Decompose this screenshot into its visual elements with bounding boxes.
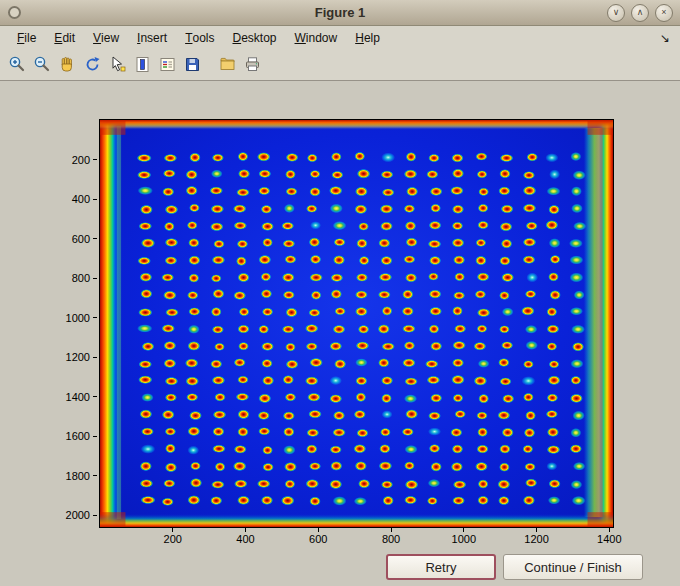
microarray-spot: [499, 291, 510, 300]
microarray-spot: [261, 289, 273, 298]
microarray-spot: [425, 360, 439, 368]
menu-item-desktop[interactable]: Desktop: [223, 26, 285, 49]
microarray-spot: [452, 169, 464, 179]
menu-item-tools[interactable]: Tools: [176, 26, 223, 49]
insert-colorbar-button[interactable]: [130, 53, 154, 77]
microarray-spot: [571, 204, 583, 213]
microarray-spot: [571, 186, 582, 196]
microarray-spot: [380, 256, 392, 265]
microarray-spot: [305, 324, 319, 333]
rotate-3d-button[interactable]: [80, 53, 104, 77]
microarray-spot: [404, 377, 418, 385]
microarray-spot: [355, 461, 367, 471]
titlebar[interactable]: Figure 1 ∨ ∧ ×: [0, 0, 680, 26]
insert-legend-button[interactable]: [155, 53, 179, 77]
microarray-spot: [356, 429, 368, 438]
microarray-spot: [141, 238, 156, 248]
microarray-spot: [305, 376, 319, 385]
microarray-spot: [452, 358, 464, 367]
microarray-spot: [525, 411, 536, 421]
microarray-spot: [237, 324, 249, 333]
microarray-spot: [547, 445, 561, 454]
microarray-spot: [332, 325, 345, 334]
microarray-spot: [381, 153, 395, 163]
microarray-spot: [380, 204, 394, 213]
microarray-spot: [574, 290, 585, 299]
microarray-spot: [186, 186, 198, 196]
microarray-spot: [285, 343, 296, 352]
menu-items: FileEditViewInsertToolsDesktopWindowHelp: [8, 26, 389, 49]
menu-item-insert[interactable]: Insert: [128, 26, 176, 49]
microarray-spot: [546, 324, 559, 333]
menu-item-view[interactable]: View: [84, 26, 128, 49]
pan-button[interactable]: [55, 53, 79, 77]
microarray-spot: [380, 428, 391, 437]
microarray-spot: [475, 462, 488, 471]
window-menu-icon[interactable]: [8, 6, 21, 19]
microarray-spot: [523, 238, 537, 247]
microarray-spot: [212, 427, 224, 436]
retry-button[interactable]: Retry: [386, 554, 496, 580]
microarray-spot: [404, 496, 417, 505]
continue-finish-button[interactable]: Continue / Finish: [503, 554, 643, 580]
microarray-spot: [546, 410, 558, 418]
microarray-spot: [311, 291, 322, 300]
x-tick-mark: [609, 528, 610, 532]
microarray-spot: [403, 255, 415, 263]
microarray-spot: [502, 394, 514, 403]
microarray-spot: [261, 359, 273, 368]
save-figure-button[interactable]: [180, 53, 204, 77]
microarray-spot: [309, 187, 321, 196]
menu-item-help[interactable]: Help: [346, 26, 389, 49]
microarray-spot: [452, 222, 464, 231]
minimize-button[interactable]: ∨: [607, 4, 625, 22]
microarray-spot: [428, 154, 440, 163]
microarray-spot: [571, 325, 585, 334]
microarray-spot: [329, 186, 343, 195]
microarray-spot: [260, 272, 271, 281]
open-file-button[interactable]: [215, 53, 239, 77]
menu-item-edit[interactable]: Edit: [45, 26, 84, 49]
microarray-spot: [570, 444, 582, 453]
close-button[interactable]: ×: [655, 4, 673, 22]
microarray-spot: [501, 428, 513, 438]
microarray-spot: [185, 358, 199, 367]
microarray-spot: [330, 446, 342, 454]
zoom-in-button[interactable]: [5, 53, 29, 77]
microarray-spot: [141, 427, 154, 435]
microarray-spot: [501, 239, 513, 249]
microarray-spot: [524, 463, 536, 471]
zoom-out-button[interactable]: [30, 53, 54, 77]
microarray-spot: [185, 376, 199, 385]
menu-item-window[interactable]: Window: [286, 26, 347, 49]
microarray-spot: [476, 445, 488, 454]
microarray-spot: [329, 479, 342, 489]
microarray-spot: [477, 272, 490, 281]
x-tick-label: 1000: [452, 533, 476, 545]
x-tick-mark: [318, 528, 319, 532]
x-tick-mark: [245, 528, 246, 532]
microarray-spot: [233, 291, 246, 300]
maximize-button[interactable]: ∧: [631, 4, 649, 22]
microarray-spot: [354, 152, 365, 161]
microarray-spot: [237, 409, 249, 419]
axes[interactable]: [99, 119, 614, 528]
microarray-spot: [450, 186, 464, 195]
microarray-spot: [547, 427, 559, 437]
microarray-spot: [453, 394, 464, 403]
microarray-spot: [497, 411, 510, 420]
dock-arrow-icon[interactable]: ↘: [660, 31, 670, 45]
microarray-spot: [238, 169, 250, 178]
microarray-spot: [331, 152, 342, 161]
microarray-spot: [429, 256, 441, 265]
data-cursor-button[interactable]: [105, 53, 129, 77]
microarray-spot: [499, 444, 511, 453]
microarray-spot: [306, 342, 318, 350]
print-figure-button[interactable]: [240, 53, 264, 77]
microarray-spot: [141, 393, 153, 402]
menu-item-file[interactable]: File: [8, 26, 45, 49]
microarray-spot: [282, 240, 295, 248]
microarray-spot: [498, 186, 510, 195]
microarray-spot: [478, 479, 489, 488]
microarray-spot: [236, 393, 250, 401]
